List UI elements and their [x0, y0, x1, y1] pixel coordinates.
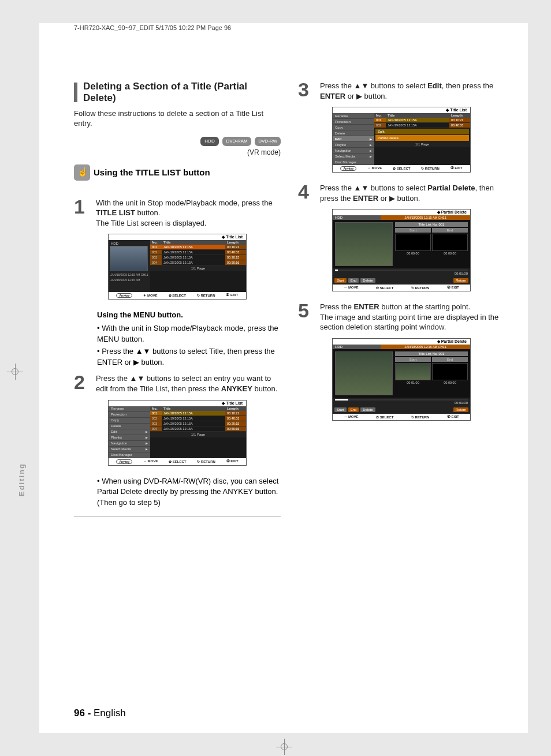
osd-menu-copy: Copy [333, 125, 374, 130]
osd-table-header: No. Title Length [150, 406, 246, 411]
pd-progress-bar [335, 270, 468, 271]
pd-title-list-no: Title List No. 001 [395, 351, 468, 356]
osd-titlebar: Title List [109, 401, 246, 406]
osd-cell: 003 [150, 255, 162, 260]
step-text: With the unit in Stop mode/Playback mode… [96, 198, 281, 229]
left-column: Deleting a Section of a Title (Partial D… [74, 81, 281, 525]
osd-help-return: ↻ RETURN [197, 293, 215, 298]
vr-mode-label: (VR mode) [74, 148, 281, 156]
hdd-badge: HDD [200, 137, 219, 146]
step-text-line: The Title List screen is displayed. [96, 219, 206, 227]
menu-alternative-block: Using the MENU button. • With the unit i… [97, 310, 281, 368]
osd-col-length: Length [225, 240, 246, 245]
osd-screenshot-edit-submenu: Title List Rename Protection Copy Delete… [332, 107, 471, 173]
osd-help-anykey: Anykey [116, 293, 132, 298]
osd-meta-line: JAN/18/2005 12:15 AM CH11 [110, 272, 149, 278]
registration-mark-bottom [276, 739, 292, 755]
osd-row-selected: 001 JAN/18/2005 12:15A 00:10:21 [150, 245, 246, 250]
page-language: English [94, 708, 126, 718]
intro-paragraph: Follow these instructions to delete a se… [74, 109, 281, 129]
osd-row: 003 JAN/20/2005 12:15A 00:20:15 [150, 421, 246, 426]
osd-cell: 00:10:21 [225, 245, 246, 249]
osd-cell: 00:20:15 [225, 255, 246, 260]
step-3: 3 Press the ▲▼ buttons to select Edit, t… [298, 81, 505, 101]
osd-helpbar: ↔ MOVE ✿ SELECT ↻ RETURN ⦿ EXIT [333, 285, 470, 291]
osd-titlebar: Title List [109, 234, 246, 240]
osd-row-selected: 001 JAN/18/2005 12:15A 00:10:21 [150, 411, 246, 416]
manual-page: 7-HR720-XAC_90~97_EDIT 5/17/05 10:22 PM … [39, 23, 528, 733]
osd-screenshot-anykey-menu: Title List Rename Protection Copy Delete… [108, 400, 247, 466]
step-text-segment: With the unit in Stop mode/Playback mode… [96, 199, 273, 207]
step-number: 5 [298, 302, 314, 332]
osd-context-menu: Rename Protection Copy Delete Edit▶ Play… [109, 406, 150, 458]
osd-page-indicator: 1/1 Page [374, 141, 470, 147]
step-text: Press the ▲▼ buttons to select Edit, the… [320, 81, 505, 101]
subheading-row: Using the TITLE LIST button [74, 164, 281, 181]
step-4: 4 Press the ▲▼ buttons to select Partial… [298, 183, 505, 203]
step-text-bold: TITLE LIST [96, 208, 135, 217]
osd-row: 004 JAN/25/2005 12:15A 00:50:16 [150, 260, 246, 265]
osd-helpbar: Anykey ↔ MOVE ✿ SELECT ↻ RETURN ⦿ EXIT [333, 165, 470, 172]
osd-cell: 001 [150, 245, 162, 249]
osd-menu-protection: Protection [109, 412, 150, 418]
osd-row: 002 JAN/19/2005 12:15A 00:40:03 [150, 250, 246, 255]
pd-rec-label: JAN/18/2005 12:15 AM CH11 [381, 215, 470, 220]
osd-menu-copy: Copy [109, 418, 150, 424]
osd-cell: 00:50:16 [225, 260, 246, 265]
osd-menu-disc-manager: Disc Manager [333, 159, 374, 165]
menu-bullet: • With the unit in Stop mode/Playback mo… [97, 323, 281, 345]
osd-page-indicator: 1/1 Page [150, 432, 246, 437]
osd-row: 002 JAN/19/2005 12:15A 00:40:03 [374, 123, 470, 128]
pd-main-preview [335, 351, 393, 395]
osd-screenshot-title-list: Title List HDD JAN/18/2005 12:15 AM CH11… [108, 234, 247, 300]
step-2-note: • When using DVD-RAM/-RW(VR) disc, you c… [97, 476, 281, 509]
pd-delete-button: Delete [360, 278, 375, 283]
subheading-text: Using the TITLE LIST button [94, 167, 210, 177]
pd-source: HDD [333, 215, 381, 220]
osd-menu-protection: Protection [333, 119, 374, 125]
osd-row: 003 JAN/20/2005 12:15A 00:20:15 [150, 255, 246, 260]
section-title-text: Deleting a Section of a Title (Partial D… [83, 81, 281, 104]
osd-menu-select-media: Select Media▶ [333, 154, 374, 159]
pd-start-thumb [395, 234, 431, 251]
osd-help-select: ✿ SELECT [169, 293, 186, 298]
section-title: Deleting a Section of a Title (Partial D… [74, 81, 281, 104]
pd-titlebar: Partial Delete [333, 339, 470, 345]
registration-mark-left [7, 364, 23, 380]
osd-cell: 002 [150, 250, 162, 255]
osd-menu-delete: Delete [109, 424, 150, 429]
page-footer: 96 - English [74, 708, 126, 719]
osd-help-exit: ⦿ EXIT [226, 293, 238, 298]
section-side-label: Editing [17, 463, 26, 496]
step-number: 4 [298, 183, 314, 203]
pd-start-label: Start [395, 228, 431, 233]
print-header: 7-HR720-XAC_90~97_EDIT 5/17/05 10:22 PM … [74, 23, 505, 35]
step-number: 2 [74, 373, 90, 394]
page-number: 96 - [74, 708, 91, 718]
pd-delete-button: Delete [360, 407, 375, 412]
pd-total-time: 00:01:00 [335, 401, 468, 405]
osd-cell: JAN/20/2005 12:15A [162, 255, 225, 260]
osd-meta-line: JAN/18/2005 12:15 AM [110, 278, 149, 283]
pd-end-label: End [432, 228, 468, 233]
osd-helpbar: Anykey ↔ MOVE ✿ SELECT ↻ RETURN ⦿ EXIT [109, 458, 246, 465]
step-text: Press the ▲▼ buttons to select Partial D… [320, 183, 505, 203]
pd-return-button: Return [453, 278, 468, 283]
pd-end-label: End [432, 357, 468, 362]
two-column-layout: Deleting a Section of a Title (Partial D… [74, 35, 505, 525]
hand-icon [74, 164, 90, 181]
pd-end-time: 00:00:00 [432, 252, 468, 255]
note-bullet: • When using DVD-RAM/-RW(VR) disc, you c… [97, 476, 281, 509]
step-2: 2 Press the ▲▼ buttons to select an entr… [74, 373, 281, 394]
osd-menu-edit: Edit▶ [109, 429, 150, 435]
osd-cell: JAN/18/2005 12:15A [162, 245, 225, 249]
step-1: 1 With the unit in Stop mode/Playback mo… [74, 198, 281, 229]
osd-menu-rename: Rename [109, 406, 150, 412]
pd-end-thumb [432, 234, 468, 251]
pd-start-time: 00:01:00 [395, 381, 431, 384]
osd-menu-disc-manager: Disc Manager [109, 452, 150, 458]
osd-row: 004 JAN/25/2005 12:15A 00:50:16 [150, 426, 246, 432]
menu-bullet: • Press the ▲▼ buttons to select Title, … [97, 346, 281, 368]
pd-source: HDD [333, 345, 381, 349]
osd-col-title: Title [162, 240, 225, 245]
